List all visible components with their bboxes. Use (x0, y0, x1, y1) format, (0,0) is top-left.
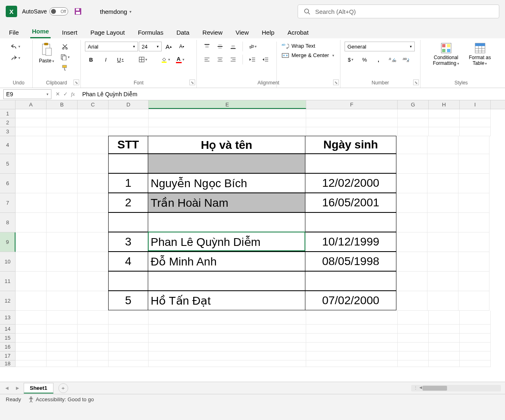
cell-G10[interactable] (396, 252, 427, 272)
decrease-decimal-button[interactable]: .00.0 (400, 55, 412, 64)
decrease-indent-button[interactable] (246, 55, 258, 64)
spreadsheet-grid[interactable]: ABCDEFGHI 123456789101112131415161718 ST… (0, 100, 505, 382)
cell-G4[interactable] (396, 136, 427, 154)
cell-B17[interactable] (47, 351, 78, 360)
cell-F3[interactable] (306, 127, 398, 136)
cell-I10[interactable] (458, 252, 489, 272)
font-name-select[interactable]: Arial▾ (85, 42, 138, 51)
tab-help[interactable]: Help (260, 27, 276, 38)
cell-I4[interactable] (458, 136, 489, 154)
alignment-launcher-icon[interactable]: ⬊ (333, 80, 339, 85)
cell-B4[interactable] (47, 136, 78, 154)
cell-I13[interactable] (460, 311, 491, 325)
row-header-14[interactable]: 14 (0, 325, 16, 334)
cell-H17[interactable] (429, 351, 460, 360)
cell-G11[interactable] (396, 272, 427, 291)
row-header-2[interactable]: 2 (0, 118, 16, 127)
cell-E15[interactable] (149, 334, 306, 343)
fx-icon[interactable]: fx (71, 91, 75, 97)
cell-I5[interactable] (458, 154, 489, 174)
row-header-16[interactable]: 16 (0, 343, 16, 351)
row-header-10[interactable]: 10 (0, 252, 16, 272)
cell-F5[interactable] (305, 154, 396, 173)
cell-B10[interactable] (47, 252, 78, 272)
cell-F9[interactable]: 10/12/1999 (305, 232, 396, 252)
cell-F15[interactable] (306, 334, 398, 343)
cell-E7[interactable]: Trần Hoài Nam (148, 193, 305, 212)
cell-E10[interactable]: Đỗ Minh Anh (148, 252, 305, 271)
cell-B15[interactable] (47, 334, 78, 343)
cell-I12[interactable] (458, 291, 489, 311)
font-launcher-icon[interactable]: ⬊ (189, 80, 195, 85)
tab-page-layout[interactable]: Page Layout (89, 27, 126, 38)
sheet-tab[interactable]: Sheet1 (24, 383, 53, 393)
align-right-button[interactable] (227, 55, 239, 64)
cell-D4[interactable]: STT (108, 136, 148, 154)
cell-F14[interactable] (306, 325, 398, 334)
number-launcher-icon[interactable]: ⬊ (413, 80, 419, 85)
cell-E17[interactable] (149, 351, 306, 360)
cell-G2[interactable] (398, 118, 429, 127)
row-header-6[interactable]: 6 (0, 174, 16, 193)
cell-H11[interactable] (427, 272, 458, 291)
cell-C18[interactable] (78, 360, 109, 367)
cell-B16[interactable] (47, 343, 78, 351)
cell-A11[interactable] (16, 272, 47, 291)
wrap-text-button[interactable]: ab Wrap Text (282, 42, 334, 49)
comma-button[interactable]: , (372, 55, 385, 64)
cell-C5[interactable] (78, 154, 109, 174)
cell-C4[interactable] (78, 136, 109, 154)
cell-A2[interactable] (16, 118, 47, 127)
cell-A10[interactable] (16, 252, 47, 272)
cell-A12[interactable] (16, 291, 47, 311)
row-header-18[interactable]: 18 (0, 360, 16, 367)
cell-I7[interactable] (458, 193, 489, 213)
tab-file[interactable]: File (7, 27, 20, 38)
italic-button[interactable]: I (100, 55, 112, 64)
cell-H18[interactable] (429, 360, 460, 367)
align-bottom-button[interactable] (227, 42, 239, 51)
increase-indent-button[interactable] (259, 55, 271, 64)
save-icon[interactable] (73, 7, 83, 16)
cell-G1[interactable] (398, 109, 429, 118)
cell-A14[interactable] (16, 325, 47, 334)
formula-input[interactable]: Phan Lê Quỳnh Diễm (79, 91, 505, 97)
cut-button[interactable] (59, 42, 71, 51)
col-header-E[interactable]: E (149, 100, 306, 109)
cell-B9[interactable] (47, 232, 78, 252)
cell-I8[interactable] (458, 213, 489, 232)
cell-B7[interactable] (47, 193, 78, 213)
cell-C10[interactable] (78, 252, 109, 272)
cell-G15[interactable] (398, 334, 429, 343)
name-box[interactable]: E9▾ (3, 89, 51, 99)
col-header-I[interactable]: I (460, 100, 491, 109)
cell-H4[interactable] (427, 136, 458, 154)
cell-D18[interactable] (109, 360, 149, 367)
accessibility-status[interactable]: Accessibility: Good to go (28, 396, 94, 403)
cell-I17[interactable] (460, 351, 491, 360)
cell-C11[interactable] (78, 272, 109, 291)
orientation-button[interactable]: ab (246, 42, 258, 51)
horizontal-scrollbar[interactable]: ⋮◄ (411, 385, 501, 391)
cell-B2[interactable] (47, 118, 78, 127)
cell-E6[interactable]: Nguyễn Ngọc Bích (148, 173, 305, 193)
add-sheet-button[interactable]: ＋ (58, 383, 68, 393)
cell-G18[interactable] (398, 360, 429, 367)
cell-H15[interactable] (429, 334, 460, 343)
cell-I9[interactable] (458, 232, 489, 252)
cell-I3[interactable] (460, 127, 491, 136)
cell-E9[interactable]: Phan Lê Quỳnh Diễm (148, 232, 305, 252)
cell-G8[interactable] (396, 213, 427, 232)
font-size-select[interactable]: 24▾ (139, 42, 162, 51)
cell-H1[interactable] (429, 109, 460, 118)
percent-button[interactable]: % (358, 55, 371, 64)
col-header-B[interactable]: B (47, 100, 78, 109)
row-header-1[interactable]: 1 (0, 109, 16, 118)
cell-I11[interactable] (458, 272, 489, 291)
cell-G9[interactable] (396, 232, 427, 252)
cell-C2[interactable] (78, 118, 109, 127)
borders-button[interactable] (137, 55, 149, 64)
row-header-13[interactable]: 13 (0, 311, 16, 325)
cell-E2[interactable] (149, 118, 306, 127)
cell-F1[interactable] (306, 109, 398, 118)
